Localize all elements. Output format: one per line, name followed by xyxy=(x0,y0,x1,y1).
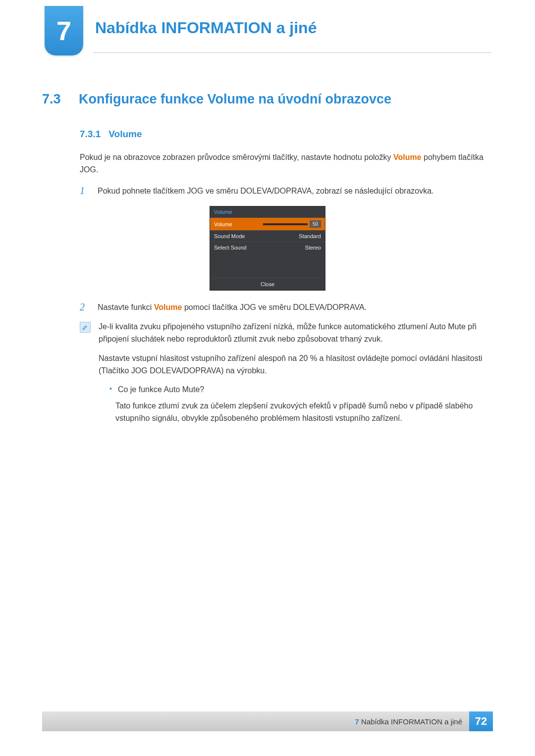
note-paragraph-2: Nastavte vstupní hlasitost vstupního zař… xyxy=(99,353,493,377)
step-1: 1 Pokud pohnete tlačítkem JOG ve směru D… xyxy=(80,185,493,198)
osd-sound-mode-label: Sound Mode xyxy=(214,233,245,239)
footer-page-number: 72 xyxy=(469,711,493,731)
page-content: 7.3 Konfigurace funkce Volume na úvodní … xyxy=(42,92,493,425)
step-number: 1 xyxy=(80,185,89,198)
osd-header: Volume xyxy=(210,206,325,217)
step2-post: pomocí tlačítka JOG ve směru DOLEVA/DOPR… xyxy=(182,303,367,311)
step-text: Pokud pohnete tlačítkem JOG ve směru DOL… xyxy=(98,185,493,198)
osd-select-sound-value: Stereo xyxy=(305,245,321,251)
note-bullet: • Co je funkce Auto Mute? xyxy=(109,384,493,396)
intro-volume-keyword: Volume xyxy=(393,153,422,161)
section-heading: 7.3 Konfigurace funkce Volume na úvodní … xyxy=(42,92,493,107)
chapter-tab: 7 xyxy=(45,6,83,55)
step2-pre: Nastavte funkci xyxy=(98,303,154,311)
pencil-icon xyxy=(82,324,89,331)
osd-sound-mode-value: Standard xyxy=(299,233,321,239)
footer-chapter-title: Nabídka INFORMATION a jiné xyxy=(361,717,462,726)
footer-bar: 7 Nabídka INFORMATION a jiné xyxy=(42,711,469,731)
osd-row-select-sound: Select Sound Stereo xyxy=(210,242,325,253)
note-block: Je-li kvalita zvuku připojeného vstupníh… xyxy=(80,321,493,425)
bullet-answer: Tato funkce ztlumí zvuk za účelem zlepše… xyxy=(115,400,493,425)
chapter-number: 7 xyxy=(56,15,71,46)
step-2: 2 Nastavte funkci Volume pomocí tlačítka… xyxy=(80,302,493,314)
chapter-title: Nabídka INFORMATION a jiné xyxy=(95,19,317,37)
subsection-title: Volume xyxy=(108,129,142,140)
intro-paragraph: Pokud je na obrazovce zobrazen průvodce … xyxy=(80,151,493,176)
header-rule xyxy=(93,52,491,53)
osd-slider-track xyxy=(263,223,308,225)
osd-figure: Volume Volume 50 Sound Mode Standard Sel… xyxy=(42,206,493,291)
osd-menu: Volume Volume 50 Sound Mode Standard Sel… xyxy=(210,206,325,291)
osd-close-label: Close xyxy=(210,278,325,290)
page-footer: 7 Nabídka INFORMATION a jiné 72 xyxy=(42,711,493,731)
step2-volume-keyword: Volume xyxy=(154,303,182,311)
osd-select-sound-label: Select Sound xyxy=(214,245,246,251)
bullet-dot-icon: • xyxy=(109,384,112,396)
intro-text-1: Pokud je na obrazovce zobrazen průvodce … xyxy=(80,153,393,161)
subsection-number: 7.3.1 xyxy=(80,129,101,140)
osd-volume-label: Volume xyxy=(214,221,232,227)
osd-row-sound-mode: Sound Mode Standard xyxy=(210,230,325,242)
step-number: 2 xyxy=(80,302,89,314)
osd-volume-slider: 50 xyxy=(263,220,321,228)
footer-chapter-number: 7 xyxy=(355,717,359,726)
subsection-heading: 7.3.1 Volume xyxy=(80,129,493,140)
section-number: 7.3 xyxy=(42,92,68,107)
osd-volume-value: 50 xyxy=(310,220,321,228)
step-text: Nastavte funkci Volume pomocí tlačítka J… xyxy=(98,302,493,314)
bullet-question: Co je funkce Auto Mute? xyxy=(118,384,204,396)
osd-row-volume: Volume 50 xyxy=(210,217,325,230)
section-title: Konfigurace funkce Volume na úvodní obra… xyxy=(79,92,391,107)
osd-spacer xyxy=(210,253,325,278)
note-body: Je-li kvalita zvuku připojeného vstupníh… xyxy=(99,321,493,425)
note-paragraph-1: Je-li kvalita zvuku připojeného vstupníh… xyxy=(99,321,493,346)
note-icon xyxy=(80,322,91,333)
